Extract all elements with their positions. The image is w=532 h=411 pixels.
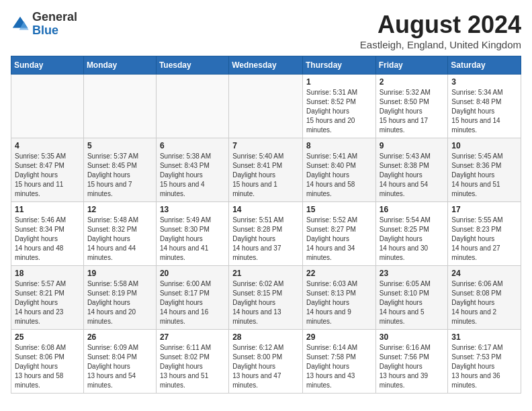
calendar-cell: 11Sunrise: 5:46 AMSunset: 8:34 PMDayligh… (11, 202, 84, 266)
day-info: Sunrise: 6:08 AMSunset: 8:06 PMDaylight … (15, 343, 80, 390)
col-header-saturday: Saturday (448, 56, 521, 75)
calendar-cell: 2Sunrise: 5:32 AMSunset: 8:50 PMDaylight… (375, 75, 448, 138)
day-info: Sunrise: 5:35 AMSunset: 8:47 PMDaylight … (15, 152, 80, 199)
day-info: Sunrise: 5:43 AMSunset: 8:38 PMDaylight … (380, 152, 445, 199)
logo-blue: Blue (32, 24, 77, 38)
day-number: 20 (160, 269, 225, 278)
calendar-week-4: 18Sunrise: 5:57 AMSunset: 8:21 PMDayligh… (11, 266, 521, 330)
day-info: Sunrise: 6:17 AMSunset: 7:53 PMDaylight … (451, 343, 517, 390)
calendar-cell: 28Sunrise: 6:12 AMSunset: 8:00 PMDayligh… (229, 330, 303, 394)
day-number: 5 (87, 141, 152, 150)
calendar-cell: 8Sunrise: 5:41 AMSunset: 8:40 PMDaylight… (303, 138, 376, 202)
day-number: 14 (232, 205, 299, 214)
day-number: 17 (451, 205, 517, 214)
calendar-cell: 7Sunrise: 5:40 AMSunset: 8:41 PMDaylight… (229, 138, 303, 202)
calendar-cell: 20Sunrise: 6:00 AMSunset: 8:17 PMDayligh… (156, 266, 228, 330)
day-info: Sunrise: 5:37 AMSunset: 8:45 PMDaylight … (87, 152, 152, 199)
day-info: Sunrise: 5:58 AMSunset: 8:19 PMDaylight … (87, 279, 152, 326)
day-number: 2 (380, 77, 445, 87)
calendar-cell (156, 75, 228, 138)
day-number: 24 (451, 269, 517, 278)
day-number: 21 (232, 269, 299, 278)
day-number: 31 (451, 332, 517, 342)
day-info: Sunrise: 6:05 AMSunset: 8:10 PMDaylight … (380, 279, 445, 326)
day-info: Sunrise: 5:45 AMSunset: 8:36 PMDaylight … (451, 152, 517, 199)
calendar-cell: 9Sunrise: 5:43 AMSunset: 8:38 PMDaylight… (375, 138, 448, 202)
calendar-cell: 31Sunrise: 6:17 AMSunset: 7:53 PMDayligh… (448, 330, 521, 394)
day-number: 7 (232, 141, 299, 150)
day-number: 4 (15, 141, 80, 150)
calendar-cell: 3Sunrise: 5:34 AMSunset: 8:48 PMDaylight… (448, 75, 521, 138)
day-info: Sunrise: 5:49 AMSunset: 8:30 PMDaylight … (160, 216, 225, 263)
day-number: 10 (451, 141, 517, 150)
calendar-cell (229, 75, 303, 138)
calendar-cell (83, 75, 156, 138)
day-number: 25 (15, 332, 80, 342)
calendar-cell: 23Sunrise: 6:05 AMSunset: 8:10 PMDayligh… (375, 266, 448, 330)
day-info: Sunrise: 5:31 AMSunset: 8:52 PMDaylight … (306, 88, 372, 135)
day-info: Sunrise: 5:40 AMSunset: 8:41 PMDaylight … (232, 152, 299, 199)
calendar-cell: 1Sunrise: 5:31 AMSunset: 8:52 PMDaylight… (303, 75, 376, 138)
calendar-week-3: 11Sunrise: 5:46 AMSunset: 8:34 PMDayligh… (11, 202, 521, 266)
location: Eastleigh, England, United Kingdom (360, 39, 521, 50)
calendar-week-5: 25Sunrise: 6:08 AMSunset: 8:06 PMDayligh… (11, 330, 521, 394)
col-header-sunday: Sunday (11, 56, 84, 75)
calendar-cell: 25Sunrise: 6:08 AMSunset: 8:06 PMDayligh… (11, 330, 84, 394)
day-info: Sunrise: 6:03 AMSunset: 8:13 PMDaylight … (306, 279, 372, 326)
day-info: Sunrise: 6:11 AMSunset: 8:02 PMDaylight … (160, 343, 225, 390)
day-info: Sunrise: 5:32 AMSunset: 8:50 PMDaylight … (380, 88, 445, 135)
day-info: Sunrise: 6:00 AMSunset: 8:17 PMDaylight … (160, 279, 225, 326)
calendar-cell: 19Sunrise: 5:58 AMSunset: 8:19 PMDayligh… (83, 266, 156, 330)
day-number: 1 (306, 77, 372, 87)
logo: General Blue (11, 11, 77, 38)
day-info: Sunrise: 5:57 AMSunset: 8:21 PMDaylight … (15, 279, 80, 326)
calendar-cell: 12Sunrise: 5:48 AMSunset: 8:32 PMDayligh… (83, 202, 156, 266)
col-header-monday: Monday (83, 56, 156, 75)
day-number: 26 (87, 332, 152, 342)
logo-icon (11, 15, 30, 34)
day-info: Sunrise: 6:06 AMSunset: 8:08 PMDaylight … (451, 279, 517, 326)
day-info: Sunrise: 5:55 AMSunset: 8:23 PMDaylight … (451, 216, 517, 263)
day-number: 22 (306, 269, 372, 278)
calendar-cell: 4Sunrise: 5:35 AMSunset: 8:47 PMDaylight… (11, 138, 84, 202)
day-number: 11 (15, 205, 80, 214)
calendar-cell: 18Sunrise: 5:57 AMSunset: 8:21 PMDayligh… (11, 266, 84, 330)
day-info: Sunrise: 5:54 AMSunset: 8:25 PMDaylight … (380, 216, 445, 263)
day-number: 27 (160, 332, 225, 342)
day-number: 9 (380, 141, 445, 150)
calendar-week-2: 4Sunrise: 5:35 AMSunset: 8:47 PMDaylight… (11, 138, 521, 202)
day-info: Sunrise: 6:09 AMSunset: 8:04 PMDaylight … (87, 343, 152, 390)
day-number: 12 (87, 205, 152, 214)
day-info: Sunrise: 5:34 AMSunset: 8:48 PMDaylight … (451, 88, 517, 135)
day-info: Sunrise: 6:16 AMSunset: 7:56 PMDaylight … (380, 343, 445, 390)
calendar-cell: 21Sunrise: 6:02 AMSunset: 8:15 PMDayligh… (229, 266, 303, 330)
calendar-table: SundayMondayTuesdayWednesdayThursdayFrid… (11, 56, 521, 394)
calendar-cell: 6Sunrise: 5:38 AMSunset: 8:43 PMDaylight… (156, 138, 228, 202)
day-number: 18 (15, 269, 80, 278)
day-number: 16 (380, 205, 445, 214)
day-info: Sunrise: 5:48 AMSunset: 8:32 PMDaylight … (87, 216, 152, 263)
day-info: Sunrise: 6:14 AMSunset: 7:58 PMDaylight … (306, 343, 372, 390)
logo-general: General (32, 11, 77, 24)
calendar-cell: 16Sunrise: 5:54 AMSunset: 8:25 PMDayligh… (375, 202, 448, 266)
logo-text: General Blue (32, 11, 77, 38)
calendar-cell: 27Sunrise: 6:11 AMSunset: 8:02 PMDayligh… (156, 330, 228, 394)
day-info: Sunrise: 5:38 AMSunset: 8:43 PMDaylight … (160, 152, 225, 199)
day-info: Sunrise: 5:41 AMSunset: 8:40 PMDaylight … (306, 152, 372, 199)
calendar-cell: 13Sunrise: 5:49 AMSunset: 8:30 PMDayligh… (156, 202, 228, 266)
day-info: Sunrise: 5:52 AMSunset: 8:27 PMDaylight … (306, 216, 372, 263)
day-number: 29 (306, 332, 372, 342)
calendar-cell (11, 75, 84, 138)
day-number: 15 (306, 205, 372, 214)
month-year: August 2024 (360, 11, 521, 39)
col-header-tuesday: Tuesday (156, 56, 228, 75)
calendar-header-row: SundayMondayTuesdayWednesdayThursdayFrid… (11, 56, 521, 75)
calendar-cell: 30Sunrise: 6:16 AMSunset: 7:56 PMDayligh… (375, 330, 448, 394)
day-number: 23 (380, 269, 445, 278)
calendar-cell: 14Sunrise: 5:51 AMSunset: 8:28 PMDayligh… (229, 202, 303, 266)
calendar-week-1: 1Sunrise: 5:31 AMSunset: 8:52 PMDaylight… (11, 75, 521, 138)
day-number: 28 (232, 332, 299, 342)
col-header-friday: Friday (375, 56, 448, 75)
col-header-wednesday: Wednesday (229, 56, 303, 75)
calendar-cell: 5Sunrise: 5:37 AMSunset: 8:45 PMDaylight… (83, 138, 156, 202)
